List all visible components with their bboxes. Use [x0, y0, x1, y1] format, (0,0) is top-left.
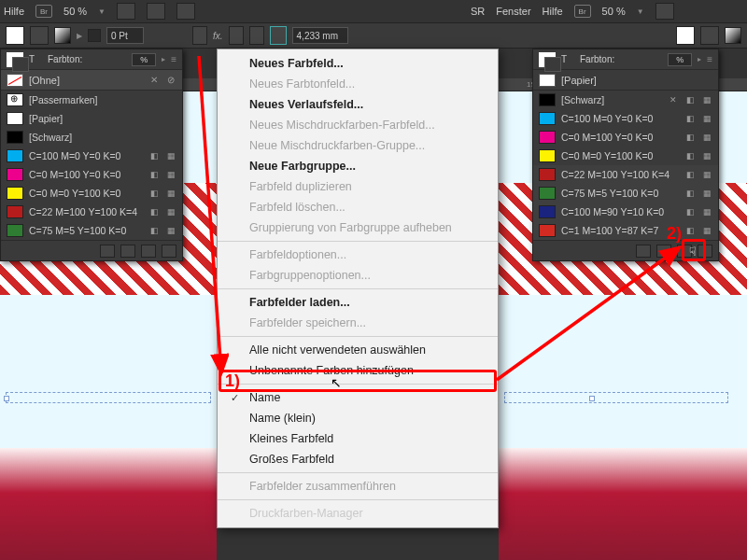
process-icon: ▦ [701, 113, 712, 124]
selection-rect[interactable] [504, 392, 728, 403]
text-icon[interactable]: T [29, 54, 42, 64]
menu-item[interactable]: Alle nicht verwendeten auswählen [218, 340, 498, 360]
selection-handle[interactable] [4, 396, 9, 401]
menu-item[interactable]: Unbenannte Farben hinzufügen [218, 360, 498, 381]
trash-icon[interactable] [162, 245, 176, 258]
chevron-down-icon[interactable]: ▼ [637, 7, 644, 16]
annotation-step-1: 1) [225, 371, 240, 391]
menu-separator [218, 241, 498, 242]
screen-mode-icon[interactable] [147, 3, 165, 20]
swatch-chip [539, 149, 556, 162]
menu-item[interactable]: Großes Farbfeld [218, 449, 498, 469]
view-options-icon[interactable] [655, 3, 674, 20]
cmyk-icon: ◧ [684, 150, 696, 161]
chevron-icon[interactable]: ▶ [77, 32, 82, 40]
align-icon[interactable] [249, 26, 264, 45]
menu-item[interactable]: Farbfelder laden... [218, 292, 498, 313]
svg-line-1 [497, 247, 680, 380]
swatch-chip [539, 187, 556, 200]
zoom-level[interactable]: 50 % [602, 6, 626, 17]
fill-proxy[interactable] [676, 26, 695, 45]
menu-item[interactable]: Neues Verlaufsfeld... [218, 94, 498, 115]
new-group-icon[interactable] [120, 245, 135, 258]
swatch-row[interactable]: C=1 M=100 Y=87 K=7◧▦ [533, 221, 718, 240]
swatch-row-none[interactable]: [Ohne] ✕ ⊘ [1, 70, 182, 91]
frame-fit-icon[interactable] [270, 26, 287, 45]
new-group-icon[interactable] [656, 245, 671, 258]
fx-label[interactable]: fx. [213, 31, 223, 41]
panel-menu-icon[interactable]: ≡ [171, 54, 176, 64]
swatch-row[interactable]: C=22 M=100 Y=100 K=4◧▦ [1, 203, 182, 221]
menu-item-label: Farbfeld löschen... [249, 201, 345, 214]
cmyk-icon: ◧ [684, 169, 696, 180]
swatch-row-black[interactable]: [Schwarz] ✕ ◧ ▦ [533, 91, 718, 109]
swatch-row[interactable]: C=0 M=0 Y=100 K=0◧▦ [533, 147, 718, 165]
fill-proxy[interactable] [6, 26, 24, 45]
menu-item[interactable]: Neues Farbfeld... [218, 53, 498, 74]
swatch-row[interactable]: C=22 M=100 Y=100 K=4◧▦ [533, 165, 718, 184]
stroke-proxy[interactable] [700, 26, 719, 45]
size-field[interactable]: 4,233 mm [292, 27, 348, 44]
chevron-icon[interactable]: ▸ [698, 55, 701, 63]
menu-help[interactable]: Hilfe [543, 6, 563, 17]
menu-window[interactable]: Fenster [496, 6, 530, 17]
panel-menu-icon[interactable]: ≡ [707, 54, 712, 64]
swatch-row[interactable]: C=75 M=5 Y=100 K=0◧▦ [1, 221, 182, 240]
swatch-row-paper[interactable]: [Papier] [533, 70, 718, 91]
swatch-label: [Schwarz] [561, 94, 662, 105]
text-icon[interactable]: T [561, 54, 574, 64]
menu-item[interactable]: ✓Name [218, 387, 498, 408]
gradient-icon[interactable] [54, 27, 71, 44]
new-swatch-icon[interactable] [677, 245, 692, 258]
bridge-icon[interactable]: Br [35, 5, 52, 18]
swatch-row[interactable]: C=100 M=90 Y=10 K=0◧▦ [533, 203, 718, 221]
menu-item[interactable]: Kleines Farbfeld [218, 428, 498, 449]
swatch-row[interactable]: C=0 M=100 Y=0 K=0◧▦ [1, 165, 182, 184]
swatch-row[interactable]: [Schwarz] [1, 128, 182, 147]
swatch-row[interactable]: C=100 M=0 Y=0 K=0◧▦ [533, 109, 718, 128]
swatch-label: [Passermarken] [29, 94, 176, 105]
arrange-icon[interactable] [176, 3, 195, 20]
swatch-row[interactable]: [Papier] [1, 109, 182, 128]
menu-help[interactable]: Hilfe [4, 6, 24, 17]
process-icon: ▦ [701, 188, 712, 199]
menu-item[interactable]: Name (klein) [218, 408, 498, 428]
cmyk-icon: ◧ [148, 206, 160, 217]
process-icon: ▦ [165, 150, 176, 161]
trash-icon[interactable] [698, 245, 712, 258]
view-mode-icon[interactable] [636, 245, 651, 258]
gradient-icon[interactable] [725, 27, 741, 44]
fill-stroke-proxy[interactable] [7, 52, 23, 67]
tint-field[interactable]: % [668, 53, 692, 66]
menu-item-label: Neues Verlaufsfeld... [249, 98, 363, 111]
fill-stroke-proxy[interactable] [539, 52, 556, 67]
swatch-label: [Papier] [29, 113, 176, 124]
chevron-icon[interactable]: ▸ [162, 55, 165, 63]
swatch-label: [Ohne] [29, 75, 143, 86]
swatch-chip [7, 224, 23, 237]
view-options-icon[interactable] [117, 3, 135, 20]
chevron-down-icon[interactable]: ▼ [98, 7, 106, 16]
para-icon[interactable] [229, 26, 244, 45]
menu-item: Neue Mischdruckfarben-Gruppe... [218, 135, 498, 156]
new-swatch-icon[interactable] [141, 245, 156, 258]
menu-item-label: Großes Farbfeld [249, 453, 334, 466]
selection-handle[interactable] [589, 396, 595, 401]
swatch-row[interactable]: ⊕[Passermarken] [1, 91, 182, 109]
fx-icon[interactable] [192, 26, 207, 45]
stroke-weight-field[interactable]: 0 Pt [106, 27, 144, 44]
swatch-row[interactable]: C=75 M=5 Y=100 K=0◧▦ [533, 184, 718, 203]
menu-item[interactable]: Neue Farbgruppe... [218, 156, 498, 176]
bridge-icon[interactable]: Br [574, 5, 591, 18]
tint-field[interactable]: % [132, 53, 156, 66]
zoom-level[interactable]: 50 % [63, 6, 87, 17]
cmyk-icon: ◧ [148, 188, 160, 199]
view-mode-icon[interactable] [100, 245, 115, 258]
swatch-row[interactable]: C=100 M=0 Y=0 K=0◧▦ [1, 147, 182, 165]
stroke-proxy[interactable] [30, 26, 49, 45]
swatch-row[interactable]: C=0 M=100 Y=0 K=0◧▦ [533, 128, 718, 147]
selection-rect[interactable] [6, 392, 211, 403]
menu-item: Gruppierung von Farbgruppe aufheben [218, 217, 498, 238]
process-icon: ▦ [701, 169, 712, 180]
swatch-row[interactable]: C=0 M=0 Y=100 K=0◧▦ [1, 184, 182, 203]
